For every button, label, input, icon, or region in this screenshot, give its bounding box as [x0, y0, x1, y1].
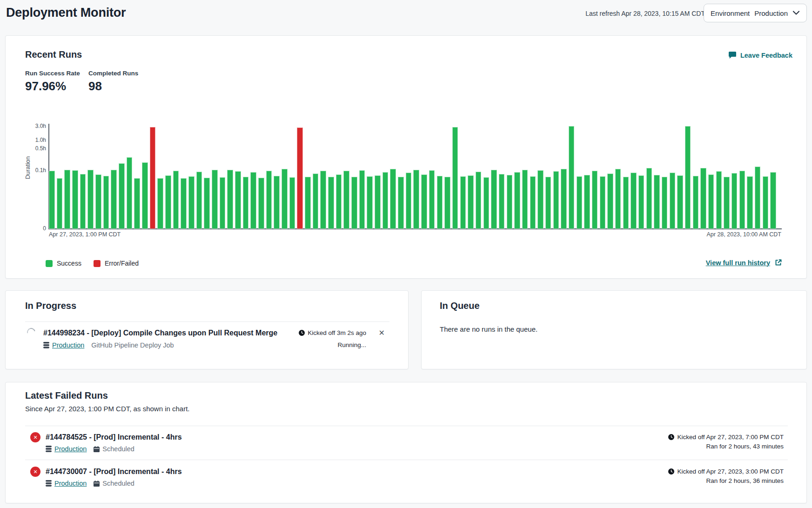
- chart-bar-success[interactable]: [157, 178, 163, 229]
- chart-bar-success[interactable]: [437, 176, 443, 229]
- chart-bar-success[interactable]: [646, 168, 652, 229]
- chart-bar-success[interactable]: [491, 170, 497, 229]
- view-full-run-history-link[interactable]: View full run history: [706, 259, 782, 267]
- chart-bar-success[interactable]: [227, 170, 233, 229]
- chart-bar-success[interactable]: [87, 170, 94, 229]
- chart-bar-success[interactable]: [553, 171, 559, 229]
- chart-bar-success[interactable]: [600, 176, 606, 229]
- chart-bar-success[interactable]: [530, 176, 536, 229]
- chart-bar-success[interactable]: [351, 177, 357, 229]
- chart-bar-success[interactable]: [367, 176, 373, 229]
- chart-bar-success[interactable]: [359, 170, 365, 229]
- chart-bar-success[interactable]: [677, 175, 683, 229]
- chart-bar-success[interactable]: [724, 177, 730, 229]
- environment-meta[interactable]: Production: [46, 480, 87, 487]
- chart-bar-success[interactable]: [444, 177, 450, 229]
- chart-bar-success[interactable]: [305, 177, 311, 229]
- legend-item-error[interactable]: Error/Failed: [94, 260, 139, 267]
- chart-bar-success[interactable]: [615, 169, 621, 229]
- chart-bar-success[interactable]: [607, 174, 613, 229]
- chart-bar-success[interactable]: [258, 178, 264, 229]
- chart-bar-success[interactable]: [623, 177, 629, 229]
- chart-bar-success[interactable]: [64, 170, 70, 229]
- chart-bar-success[interactable]: [250, 172, 256, 229]
- chart-bar-success[interactable]: [142, 162, 148, 229]
- chart-bar-success[interactable]: [429, 170, 435, 229]
- chart-bar-success[interactable]: [708, 174, 714, 229]
- chart-bar-success[interactable]: [95, 174, 101, 229]
- chart-bar-success[interactable]: [235, 171, 241, 229]
- chart-bar-success[interactable]: [685, 126, 691, 229]
- chart-bar-success[interactable]: [220, 177, 226, 229]
- chart-bar-success[interactable]: [739, 171, 745, 229]
- chart-bar-success[interactable]: [577, 176, 583, 229]
- chart-bar-success[interactable]: [274, 176, 280, 229]
- chart-bar-success[interactable]: [522, 170, 528, 229]
- chart-bar-success[interactable]: [631, 173, 637, 229]
- chart-bar-success[interactable]: [390, 169, 396, 229]
- environment-meta[interactable]: Production: [43, 341, 84, 349]
- chart-bar-success[interactable]: [584, 175, 590, 229]
- chart-bar-success[interactable]: [747, 176, 753, 229]
- environment-link[interactable]: Production: [54, 480, 87, 487]
- chart-bar-success[interactable]: [421, 174, 427, 229]
- environment-link[interactable]: Production: [52, 341, 84, 349]
- chart-bar-success[interactable]: [499, 174, 505, 229]
- chart-bar-success[interactable]: [716, 171, 722, 229]
- chart-bar-success[interactable]: [165, 175, 171, 229]
- chart-bar-success[interactable]: [313, 174, 319, 229]
- chart-bar-success[interactable]: [514, 172, 520, 229]
- chart-bar-success[interactable]: [693, 176, 699, 229]
- chart-bar-success[interactable]: [212, 170, 218, 229]
- chart-bar-success[interactable]: [537, 170, 544, 229]
- chart-bar-success[interactable]: [72, 170, 78, 229]
- chart-bar-success[interactable]: [243, 177, 249, 229]
- chart-bar-success[interactable]: [282, 169, 288, 229]
- chart-bar-success[interactable]: [460, 176, 466, 229]
- chart-bar-success[interactable]: [266, 171, 272, 229]
- chart-bar-success[interactable]: [638, 175, 644, 229]
- legend-item-success[interactable]: Success: [46, 260, 81, 267]
- chart-bar-success[interactable]: [654, 175, 660, 229]
- chart-bar-success[interactable]: [700, 168, 706, 229]
- chart-bar-success[interactable]: [375, 175, 381, 229]
- close-icon[interactable]: ✕: [379, 329, 385, 337]
- chart-bar-success[interactable]: [181, 178, 187, 229]
- chart-bar-success[interactable]: [383, 172, 389, 229]
- chart-bar-success[interactable]: [545, 177, 551, 229]
- chart-bar-success[interactable]: [483, 177, 490, 229]
- chart-bar-success[interactable]: [413, 170, 419, 229]
- chart-bar-failed[interactable]: [150, 127, 156, 229]
- chart-bar-success[interactable]: [507, 175, 513, 229]
- chart-bar-success[interactable]: [561, 169, 567, 229]
- chart-bar-success[interactable]: [80, 174, 86, 229]
- chart-bar-success[interactable]: [328, 177, 334, 229]
- chart-bar-success[interactable]: [763, 176, 769, 229]
- chart-bar-success[interactable]: [755, 167, 761, 229]
- environment-meta[interactable]: Production: [46, 445, 87, 453]
- chart-bar-success[interactable]: [204, 178, 210, 229]
- chart-bar-success[interactable]: [103, 176, 109, 229]
- chart-bar-success[interactable]: [592, 171, 598, 229]
- chart-bar-success[interactable]: [134, 178, 140, 229]
- chart-bar-success[interactable]: [127, 157, 133, 229]
- chart-bar-failed[interactable]: [297, 127, 303, 229]
- chart-bar-success[interactable]: [731, 173, 738, 229]
- chart-bar-success[interactable]: [670, 173, 676, 229]
- chart-bar-success[interactable]: [173, 171, 179, 229]
- chart-bar-success[interactable]: [452, 127, 458, 229]
- chart-bar-success[interactable]: [662, 177, 668, 229]
- chart-bar-success[interactable]: [398, 177, 404, 229]
- chart-bar-success[interactable]: [343, 171, 349, 229]
- chart-bar-success[interactable]: [406, 173, 412, 229]
- chart-bar-success[interactable]: [320, 171, 326, 229]
- chart-bar-success[interactable]: [569, 126, 575, 229]
- chart-bar-success[interactable]: [196, 172, 202, 229]
- chart-bar-success[interactable]: [49, 171, 55, 229]
- chart-bar-success[interactable]: [119, 163, 125, 229]
- environment-dropdown[interactable]: Environment Production: [704, 4, 807, 22]
- chart-bar-success[interactable]: [336, 174, 342, 229]
- environment-link[interactable]: Production: [54, 445, 87, 453]
- chart-bar-success[interactable]: [476, 172, 482, 229]
- chart-bar-success[interactable]: [468, 175, 474, 229]
